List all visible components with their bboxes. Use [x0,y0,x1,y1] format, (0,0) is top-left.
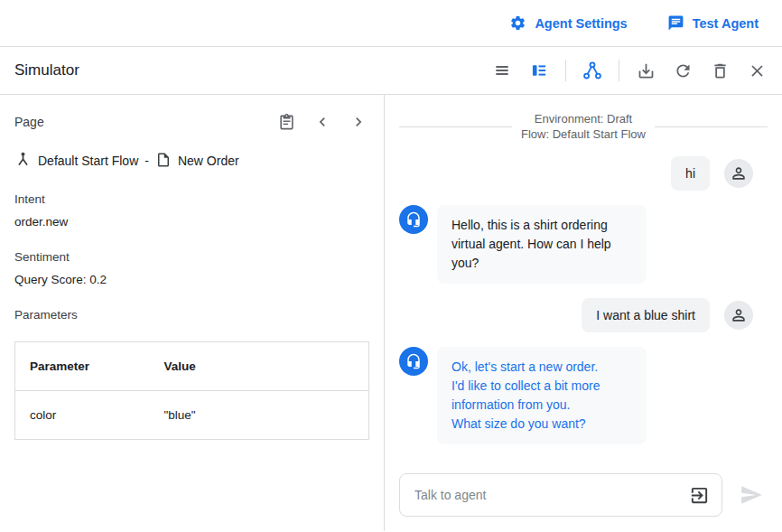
compact-view-icon[interactable] [491,60,513,81]
send-icon[interactable] [739,482,764,508]
agent-message: Ok, let's start a new order. I'd like to… [399,347,753,444]
save-conversation-icon[interactable] [635,60,656,81]
agent-headset-icon [399,205,428,234]
parameter-cell: color [15,391,150,440]
divider-line [399,126,512,127]
message-list: hi Hello, this is a shirt ordering virtu… [399,156,768,444]
simulator-toolbar [491,60,768,81]
content-area: Page Default Start Flow [0,95,782,531]
toolbar-divider [619,60,619,81]
flow-name[interactable]: Default Start Flow [38,154,138,168]
intent-label: Intent [14,192,369,206]
close-icon[interactable] [746,60,768,81]
flow-icon [14,151,32,171]
agent-settings-label: Agent Settings [535,16,627,31]
user-message: I want a blue shirt [399,298,753,332]
chat-bubble-icon [667,14,684,32]
flow-page-separator: - [144,154,149,168]
flow-graph-icon[interactable] [582,60,603,81]
page-label: Page [14,115,44,129]
intent-value: order.new [14,215,369,229]
clipboard-icon[interactable] [275,111,297,133]
top-bar: Agent Settings Test Agent [0,0,782,47]
chevron-left-icon[interactable] [312,111,333,133]
environment-name: Environment: Draft [521,111,646,126]
turn-details-panel: Page Default Start Flow [0,95,385,531]
flow-name-line: Flow: Default Start Flow [521,126,646,142]
page-title: Simulator [14,61,79,79]
enter-input-icon[interactable] [687,483,711,507]
conversation-panel: Environment: Draft Flow: Default Start F… [385,95,782,531]
detailed-view-icon[interactable] [528,60,550,81]
page-name[interactable]: New Order [178,154,239,168]
value-column-header: Value [149,342,368,391]
chat-input-row [399,473,768,517]
chat-input-box[interactable] [399,473,722,517]
table-header-row: Parameter Value [15,342,369,391]
test-agent-button[interactable]: Test Agent [667,14,759,32]
delete-icon[interactable] [709,60,731,81]
chevron-right-icon[interactable] [348,111,369,133]
talk-to-agent-input[interactable] [414,488,687,502]
settings-gear-icon [509,14,526,32]
user-message-bubble: I want a blue shirt [582,298,710,332]
user-avatar [724,159,753,188]
toolbar-divider [565,60,566,81]
flow-page-row: Default Start Flow - New Order [14,151,369,171]
simulator-header: Simulator [0,47,782,95]
page-row: Page [14,111,369,133]
parameters-table: Parameter Value color "blue" [14,341,369,440]
page-file-icon [155,152,172,171]
reset-icon[interactable] [672,60,694,81]
agent-headset-icon [399,347,428,376]
sentiment-label: Sentiment [14,250,369,264]
user-message: hi [399,156,753,191]
agent-settings-button[interactable]: Agent Settings [509,14,627,32]
user-message-bubble: hi [671,156,710,191]
divider-line [655,126,768,127]
page-actions [275,111,369,133]
parameters-label: Parameters [14,308,369,322]
sentiment-value: Query Score: 0.2 [14,273,369,286]
simulator-window: Agent Settings Test Agent Simulator [0,0,782,532]
parameter-column-header: Parameter [15,342,150,391]
environment-header: Environment: Draft Flow: Default Start F… [399,111,768,142]
agent-message: Hello, this is a shirt ordering virtual … [399,205,753,284]
test-agent-label: Test Agent [693,16,759,31]
agent-message-bubble: Ok, let's start a new order. I'd like to… [437,347,647,444]
value-cell: "blue" [149,391,368,440]
environment-info: Environment: Draft Flow: Default Start F… [521,111,646,142]
user-avatar [724,301,753,330]
agent-message-bubble: Hello, this is a shirt ordering virtual … [437,205,647,284]
table-row: color "blue" [15,391,369,440]
